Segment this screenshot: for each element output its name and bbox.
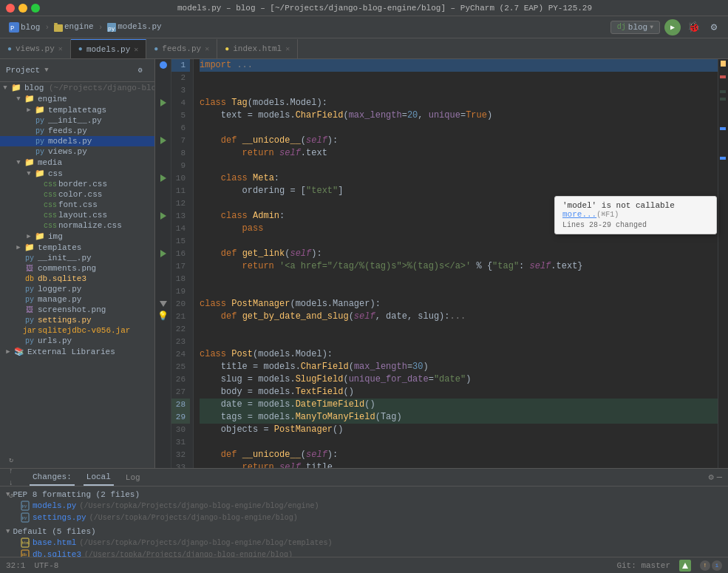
tree-item-sqlitejdbc[interactable]: jar sqlitejdbc-v056.jar [0, 325, 154, 336]
vcs-push-icon[interactable] [679, 560, 691, 572]
tree-item-font-css[interactable]: css font.css [0, 200, 154, 210]
tree-item-screenshot[interactable]: 🖼 screenshot.png [0, 305, 154, 315]
code-line-25: title = models.CharField(max_length=30) [200, 361, 718, 373]
breadcrumb-blog[interactable]: Pblog [6, 21, 43, 34]
tree-item-color-css[interactable]: css color.css [0, 189, 154, 200]
tab-feeds-close[interactable]: ✕ [205, 44, 209, 53]
file-link-settings[interactable]: settings.py [33, 513, 86, 522]
tree-item-normalize-css[interactable]: css normalize.css [0, 220, 154, 231]
tree-item-templatetags[interactable]: ▶ 📁 templatetags [0, 104, 154, 115]
rg-info-1 [720, 127, 726, 130]
tab-models[interactable]: ● models.py ✕ [71, 39, 146, 58]
tree-item-models[interactable]: py models.py [0, 136, 154, 146]
fold-icon-16[interactable] [160, 250, 166, 257]
bottom-tab-changes[interactable]: Changes: [30, 469, 75, 486]
tree-item-blog[interactable]: ▼ 📁 blog (~/Projects/django-blog [0, 82, 154, 93]
folder-icon-templatetags: 📁 [34, 105, 46, 115]
maximize-button[interactable] [31, 4, 40, 13]
db-icon: db [24, 275, 35, 283]
tree-item-extlibs[interactable]: ▶ 📚 External Libraries [0, 346, 154, 357]
tree-item-urls[interactable]: py urls.py [0, 336, 154, 346]
tab-feeds[interactable]: ● feeds.py ✕ [146, 39, 217, 58]
bottom-tab-local[interactable]: Local [84, 469, 114, 486]
tooltip-line2: Lines 28-29 changed [562, 221, 709, 229]
vcs-refresh-icon[interactable]: ↻ [6, 455, 16, 465]
bottom-settings-icon[interactable]: ⚙ [709, 472, 714, 483]
tree-item-border-css[interactable]: css border.css [0, 179, 154, 189]
extlib-icon: 📚 [13, 347, 25, 356]
status-encoding[interactable]: UTF-8 [34, 561, 58, 570]
tree-item-init[interactable]: py __init__.py [0, 115, 154, 126]
vcs-up-icon[interactable]: ↑ [6, 467, 16, 477]
file-link-db[interactable]: db.sqlite3 [33, 550, 81, 557]
ln-20: 20 [171, 298, 190, 311]
tree-item-settings[interactable]: py settings.py [0, 315, 154, 325]
changes-file-base[interactable]: html base.html (/Users/topka/Projects/dj… [6, 537, 722, 549]
fold-icon-7[interactable] [160, 137, 166, 144]
editor-content[interactable]: 💡 1 2 3 4 5 6 7 8 9 10 11 12 1 [155, 59, 728, 468]
status-position[interactable]: 32:1 [6, 561, 25, 570]
ln-9: 9 [171, 160, 190, 172]
img-icon-screenshot: 🖼 [24, 305, 35, 314]
changes-group-pep8-header[interactable]: ▼ PEP 8 formatting (2 files) [6, 489, 722, 500]
pep8-arrow-icon: ▼ [6, 491, 10, 498]
close-button[interactable] [6, 4, 15, 13]
minimize-button[interactable] [18, 4, 27, 13]
tree-item-img[interactable]: ▶ 📁 img [0, 231, 154, 242]
tab-views-label: views.py [16, 44, 55, 53]
svg-rect-3 [54, 23, 58, 24]
breadcrumb-models[interactable]: pymodels.py [104, 21, 164, 33]
info-icon[interactable]: i [712, 560, 722, 571]
tab-index-close[interactable]: ✕ [285, 44, 290, 53]
changes-file-settings[interactable]: py settings.py (/Users/topka/Projects/dj… [6, 512, 722, 523]
rg-main [718, 68, 728, 468]
warning-icon[interactable]: ! [700, 560, 710, 571]
fold-closed-icon[interactable] [160, 301, 167, 307]
file-link-base[interactable]: base.html [33, 538, 76, 547]
tree-item-css[interactable]: ▼ 📁 css [0, 168, 154, 179]
settings-icon[interactable]: ⚙ [706, 19, 722, 35]
sidebar-header: Project ▼ ⚙ [0, 59, 154, 82]
tree-item-init2[interactable]: py __init__.py [0, 253, 154, 263]
sidebar-dropdown-icon[interactable]: ▼ [44, 67, 48, 74]
debug-icon[interactable]: 🐞 [685, 19, 701, 35]
tree-item-comments[interactable]: 🖼 comments.png [0, 263, 154, 274]
bottom-minimize-icon[interactable]: — [717, 472, 722, 483]
tree-item-manage[interactable]: py manage.py [0, 294, 154, 305]
run-button[interactable]: ▶ [664, 19, 681, 35]
file-link-models[interactable]: models.py [33, 501, 76, 510]
ln-25: 25 [171, 361, 190, 373]
ln-30: 30 [171, 424, 190, 436]
fold-icon-10[interactable] [160, 174, 166, 182]
dj-button[interactable]: dj blog ▼ [610, 21, 660, 34]
tree-item-feeds[interactable]: py feeds.py [0, 126, 154, 136]
tree-item-engine[interactable]: ▼ 📁 engine [0, 93, 154, 104]
py-icon-init2: py [24, 254, 35, 262]
img-icon-comments: 🖼 [24, 264, 35, 273]
bottom-tab-log[interactable]: Log [123, 469, 143, 486]
sidebar-settings-icon[interactable]: ⚙ [132, 62, 149, 78]
tab-index[interactable]: ● index.html ✕ [217, 39, 298, 58]
tree-item-logger[interactable]: py logger.py [0, 284, 154, 294]
tab-models-close[interactable]: ✕ [134, 45, 138, 54]
tab-views[interactable]: ● views.py ✕ [0, 39, 71, 58]
tab-views-close[interactable]: ✕ [58, 44, 63, 53]
tree-item-db[interactable]: db db.sqlite3 [0, 274, 154, 284]
tree-item-layout-css[interactable]: css layout.css [0, 210, 154, 220]
rg-error-1 [720, 75, 726, 78]
code-lines[interactable]: import ... class Tag(models.Model): text… [194, 59, 718, 468]
changes-group-default-header[interactable]: ▼ Default (5 files) [6, 526, 722, 537]
code-line-19 [200, 285, 718, 298]
fold-icon-13[interactable] [160, 212, 166, 220]
fold-open-icon[interactable] [160, 99, 166, 106]
tree-item-views[interactable]: py views.py [0, 146, 154, 157]
tooltip-link[interactable]: more... [562, 210, 596, 219]
tree-item-templates[interactable]: ▶ 📁 templates [0, 242, 154, 253]
ln-3: 3 [171, 84, 190, 97]
tree-item-media[interactable]: ▼ 📁 media [0, 157, 154, 168]
breadcrumb-engine[interactable]: engine [51, 21, 97, 33]
ag-13 [155, 210, 171, 223]
changes-file-models[interactable]: py models.py (/Users/topka/Projects/djan… [6, 500, 722, 512]
tree-label-urls: urls.py [38, 336, 72, 345]
changes-file-db[interactable]: db db.sqlite3 (/Users/topka/Projects/dja… [6, 549, 722, 557]
